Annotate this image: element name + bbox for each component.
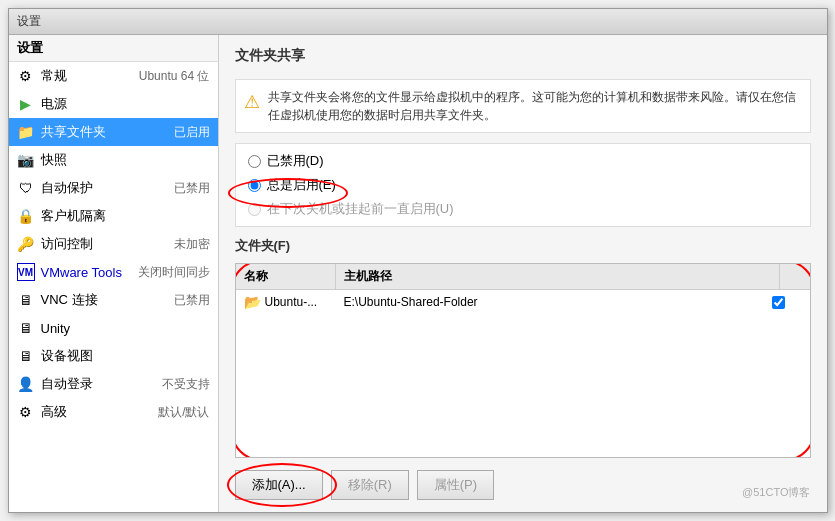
radio-group: 已禁用(D) 总是启用(E) 在下次关机或挂起前一直启用(U) (235, 143, 811, 227)
general-value: Ubuntu 64 位 (139, 68, 210, 85)
sidebar-item-guest-isolation[interactable]: 🔒 客户机隔离 (9, 202, 218, 230)
sidebar-item-snapshot[interactable]: 📷 快照 (9, 146, 218, 174)
left-panel: 设置 ⚙ 常规 Ubuntu 64 位 ▶ 电源 📁 共享文件夹 已启用 📷 快… (9, 35, 219, 512)
radio-until-off-label: 在下次关机或挂起前一直启用(U) (267, 200, 454, 218)
access-control-icon: 🔑 (17, 235, 35, 253)
file-name: Ubuntu-... (265, 295, 318, 309)
watermark: @51CTO博客 (742, 485, 810, 500)
guest-isolation-label: 客户机隔离 (41, 207, 204, 225)
file-path-cell: E:\Ubuntu-Shared-Folder (344, 295, 772, 309)
settings-panel-title: 设置 (9, 35, 218, 62)
sidebar-item-vnc[interactable]: 🖥 VNC 连接 已禁用 (9, 286, 218, 314)
vmware-tools-icon: VM (17, 263, 35, 281)
unity-label: Unity (41, 321, 204, 336)
shared-folder-value: 已启用 (174, 124, 210, 141)
sidebar-item-power[interactable]: ▶ 电源 (9, 90, 218, 118)
add-button[interactable]: 添加(A)... (235, 470, 323, 500)
auto-login-icon: 👤 (17, 375, 35, 393)
shared-folder-label: 共享文件夹 (41, 123, 168, 141)
folder-icon: 📂 (244, 294, 261, 310)
file-section: 文件夹(F) 名称 主机路径 📂 Ubuntu-... (235, 237, 811, 500)
shared-folder-icon: 📁 (17, 123, 35, 141)
file-table: 名称 主机路径 📂 Ubuntu-... E:\Ubuntu-Shared-Fo… (235, 263, 811, 458)
file-name-cell: 📂 Ubuntu-... (244, 294, 344, 310)
sidebar-item-auto-protect[interactable]: 🛡 自动保护 已禁用 (9, 174, 218, 202)
unity-icon: 🖥 (17, 319, 35, 337)
vnc-value: 已禁用 (174, 292, 210, 309)
warning-icon: ⚠ (244, 89, 260, 116)
col-name-header: 名称 (236, 264, 336, 289)
file-buttons: 添加(A)... 移除(R) 属性(P) (235, 470, 811, 500)
general-label: 常规 (41, 67, 133, 85)
file-table-header: 名称 主机路径 (236, 264, 810, 290)
sidebar-item-auto-login[interactable]: 👤 自动登录 不受支持 (9, 370, 218, 398)
general-icon: ⚙ (17, 67, 35, 85)
col-check-header (780, 264, 810, 289)
file-enabled-checkbox[interactable] (772, 296, 785, 309)
col-path-header: 主机路径 (336, 264, 780, 289)
radio-always-on[interactable]: 总是启用(E) (248, 176, 798, 194)
right-panel: 文件夹共享 ⚠ 共享文件夹会将您的文件显示给虚拟机中的程序。这可能为您的计算机和… (219, 35, 827, 512)
sidebar-item-vmware-tools[interactable]: VM VMware Tools 关闭时间同步 (9, 258, 218, 286)
snapshot-label: 快照 (41, 151, 204, 169)
sidebar-item-access-control[interactable]: 🔑 访问控制 未加密 (9, 230, 218, 258)
table-row[interactable]: 📂 Ubuntu-... E:\Ubuntu-Shared-Folder (236, 290, 810, 314)
snapshot-icon: 📷 (17, 151, 35, 169)
sidebar-item-shared-folder[interactable]: 📁 共享文件夹 已启用 (9, 118, 218, 146)
advanced-value: 默认/默认 (158, 404, 209, 421)
auto-login-label: 自动登录 (41, 375, 156, 393)
power-label: 电源 (41, 95, 204, 113)
warning-text: 共享文件夹会将您的文件显示给虚拟机中的程序。这可能为您的计算机和数据带来风险。请… (268, 88, 802, 124)
auto-protect-value: 已禁用 (174, 180, 210, 197)
sidebar-item-advanced[interactable]: ⚙ 高级 默认/默认 (9, 398, 218, 426)
device-view-icon: 🖥 (17, 347, 35, 365)
properties-button[interactable]: 属性(P) (417, 470, 494, 500)
file-section-title: 文件夹(F) (235, 237, 811, 255)
settings-dialog: 设置 设置 ⚙ 常规 Ubuntu 64 位 ▶ 电源 📁 共享文件夹 已启用 (8, 8, 828, 513)
vnc-label: VNC 连接 (41, 291, 168, 309)
sidebar-item-general[interactable]: ⚙ 常规 Ubuntu 64 位 (9, 62, 218, 90)
guest-isolation-icon: 🔒 (17, 207, 35, 225)
auto-protect-label: 自动保护 (41, 179, 168, 197)
advanced-label: 高级 (41, 403, 153, 421)
advanced-icon: ⚙ (17, 403, 35, 421)
file-table-body: 📂 Ubuntu-... E:\Ubuntu-Shared-Folder (236, 290, 810, 457)
dialog-header: 设置 (9, 9, 827, 35)
vmware-tools-label: VMware Tools (41, 265, 132, 280)
sidebar-item-unity[interactable]: 🖥 Unity (9, 314, 218, 342)
vmware-tools-value: 关闭时间同步 (138, 264, 210, 281)
warning-box: ⚠ 共享文件夹会将您的文件显示给虚拟机中的程序。这可能为您的计算机和数据带来风险… (235, 79, 811, 133)
file-path: E:\Ubuntu-Shared-Folder (344, 295, 478, 309)
access-control-value: 未加密 (174, 236, 210, 253)
file-check-cell[interactable] (772, 296, 802, 309)
radio-disabled-label[interactable]: 已禁用(D) (267, 152, 324, 170)
section-title: 文件夹共享 (235, 47, 811, 65)
radio-disabled[interactable]: 已禁用(D) (248, 152, 798, 170)
vnc-icon: 🖥 (17, 291, 35, 309)
dialog-title: 设置 (17, 14, 41, 28)
sidebar-item-device-view[interactable]: 🖥 设备视图 (9, 342, 218, 370)
access-control-label: 访问控制 (41, 235, 168, 253)
remove-button[interactable]: 移除(R) (331, 470, 409, 500)
radio-always-on-label[interactable]: 总是启用(E) (267, 176, 336, 194)
dialog-body: 设置 ⚙ 常规 Ubuntu 64 位 ▶ 电源 📁 共享文件夹 已启用 📷 快… (9, 35, 827, 512)
device-view-label: 设备视图 (41, 347, 204, 365)
auto-protect-icon: 🛡 (17, 179, 35, 197)
radio-until-off[interactable]: 在下次关机或挂起前一直启用(U) (248, 200, 798, 218)
auto-login-value: 不受支持 (162, 376, 210, 393)
power-icon: ▶ (17, 95, 35, 113)
